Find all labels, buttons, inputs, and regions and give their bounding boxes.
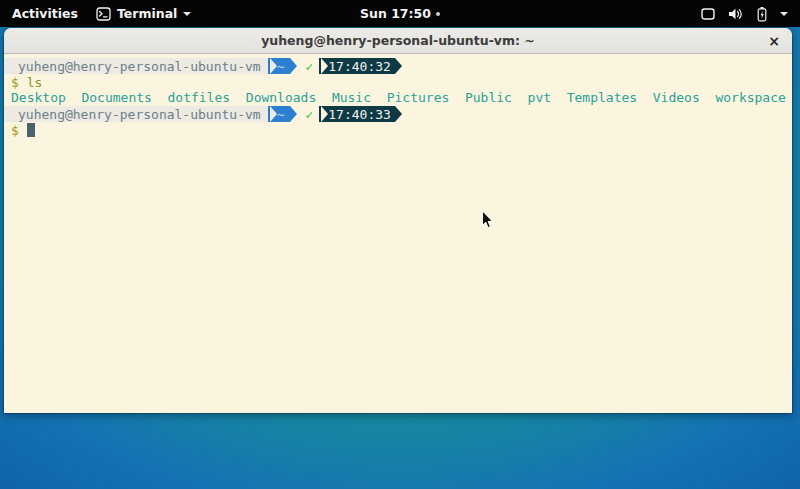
powerline-arrow-icon	[321, 106, 328, 122]
prompt-time: 17:40:32	[328, 59, 391, 74]
prompt-time: 17:40:33	[328, 107, 391, 122]
powerline-arrow-icon	[290, 106, 297, 122]
typed-command: ls	[27, 75, 43, 90]
powerline-arrow-icon	[270, 106, 277, 122]
terminal-screen[interactable]: yuheng@henry-personal-ubuntu-vm ~ ✓ 17:4…	[4, 54, 792, 412]
clock-label: Sun 17:50	[360, 6, 431, 21]
powerline-arrow-icon	[290, 58, 297, 74]
prompt-user-host: yuheng@henry-personal-ubuntu-vm	[4, 58, 268, 74]
ls-output-row: Desktop Documents dotfiles Downloads Mus…	[4, 90, 792, 105]
powerline-arrow-icon	[395, 106, 402, 122]
powerline-arrow-icon	[395, 58, 402, 74]
prompt-user-host: yuheng@henry-personal-ubuntu-vm	[4, 106, 268, 122]
chevron-down-icon	[780, 12, 788, 16]
battery-charging-icon	[757, 6, 767, 22]
prompt-line: yuheng@henry-personal-ubuntu-vm ~ ✓ 17:4…	[4, 105, 792, 123]
window-title: yuheng@henry-personal-ubuntu-vm: ~	[261, 33, 535, 48]
window-titlebar[interactable]: yuheng@henry-personal-ubuntu-vm: ~ ×	[4, 28, 792, 54]
prompt-symbol: $	[11, 75, 19, 90]
gnome-top-panel: Activities Terminal Sun 17:50	[0, 0, 800, 27]
system-status-area[interactable]	[701, 0, 792, 27]
prompt-line: yuheng@henry-personal-ubuntu-vm ~ ✓ 17:4…	[4, 57, 792, 75]
input-line[interactable]: $	[4, 123, 792, 138]
prompt-cwd: ~	[277, 59, 285, 74]
volume-icon	[728, 7, 744, 21]
app-menu-terminal[interactable]: Terminal	[96, 6, 191, 21]
close-icon[interactable]: ×	[765, 32, 783, 50]
app-menu-label: Terminal	[117, 6, 177, 21]
command-line: $ ls	[4, 75, 792, 90]
notification-dot-icon	[436, 12, 440, 16]
status-check-icon: ✓	[297, 59, 319, 74]
activities-button[interactable]: Activities	[12, 6, 78, 21]
terminal-app-icon	[96, 7, 111, 21]
status-check-icon: ✓	[297, 107, 319, 122]
terminal-window: yuheng@henry-personal-ubuntu-vm: ~ × yuh…	[4, 28, 792, 413]
prompt-cwd: ~	[277, 107, 285, 122]
display-icon	[701, 7, 715, 21]
powerline-arrow-icon	[321, 58, 328, 74]
text-cursor-block	[27, 123, 35, 137]
powerline-arrow-icon	[270, 58, 277, 74]
prompt-symbol: $	[11, 123, 19, 138]
chevron-down-icon	[183, 12, 191, 16]
